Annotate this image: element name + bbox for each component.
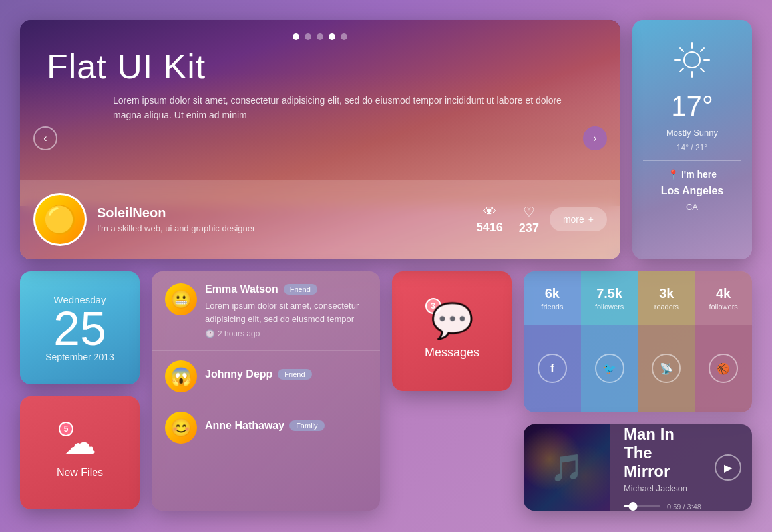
social-twitter-item[interactable]: 🐦 xyxy=(581,325,638,412)
dot-5[interactable] xyxy=(341,33,347,40)
middle-column: 3 💬 Messages xyxy=(392,271,512,511)
hero-views-count: 5416 xyxy=(477,221,503,235)
hero-more-button[interactable]: more + xyxy=(550,207,607,231)
feed-text-1: Lorem ipsum dolor sit amet, consectetur … xyxy=(205,299,367,325)
weather-divider xyxy=(643,160,741,161)
music-progress: 0:59 / 3:48 xyxy=(624,503,701,511)
hero-likes-count: 237 xyxy=(519,221,539,235)
sun-icon xyxy=(672,40,712,80)
bottom-row: Wednesday 25 September 2013 5 ☁ New File… xyxy=(20,271,752,511)
hero-profile-section: 🟡 SoleilNeon I'm a skilled web, ui and g… xyxy=(20,180,620,259)
dot-3[interactable] xyxy=(317,33,323,40)
twitter-icon: 🐦 xyxy=(595,354,624,383)
music-info: Man In The Mirror Michael Jackson 0:59 /… xyxy=(610,424,715,511)
hero-card: Flat UI Kit Lorem ipsum dolor sit amet, … xyxy=(20,20,620,259)
hero-prev-button[interactable]: ‹ xyxy=(33,126,57,150)
social-facebook-item[interactable]: f xyxy=(524,325,581,412)
calendar-day-name: Wednesday xyxy=(54,294,106,305)
music-time: 0:59 / 3:48 xyxy=(667,503,701,511)
hero-user-info: SoleilNeon I'm a skilled web, ui and gra… xyxy=(97,205,466,233)
feed-avatar-1: 😬 xyxy=(165,283,197,315)
svg-line-5 xyxy=(680,48,683,51)
music-album-art: 🎵 xyxy=(524,424,610,511)
feed-name-row-1: Emma Watson Friend xyxy=(205,283,367,295)
feed-item-2: 😱 Johnny Depp Friend xyxy=(152,351,380,402)
new-files-card[interactable]: 5 ☁ New Files xyxy=(20,396,140,509)
calendar-date: 25 xyxy=(53,305,106,352)
hero-description: Lorem ipsum dolor sit amet, consectetur … xyxy=(113,93,580,123)
left-column: Wednesday 25 September 2013 5 ☁ New File… xyxy=(20,271,140,511)
music-album-inner: 🎵 xyxy=(524,424,610,511)
followers-value-2: 4k xyxy=(716,286,731,301)
social-stat-readers: 3k readers xyxy=(638,271,695,325)
friends-value: 6k xyxy=(545,286,560,301)
hero-stats: 👁 5416 ♡ 237 xyxy=(477,204,539,235)
feed-badge-3: Family xyxy=(290,420,324,431)
social-stats-row: 6k friends 7.5k followers 3k readers 4k … xyxy=(524,271,752,325)
feed-avatar-3: 😊 xyxy=(165,412,197,444)
music-progress-bar[interactable] xyxy=(624,505,660,507)
feed-item-1: 😬 Emma Watson Friend Lorem ipsum dolor s… xyxy=(152,271,380,351)
social-icons-row: f 🐦 📡 🏀 xyxy=(524,325,752,412)
feed-content-1: Emma Watson Friend Lorem ipsum dolor sit… xyxy=(205,283,367,338)
dot-1[interactable] xyxy=(293,33,299,40)
right-column: 6k friends 7.5k followers 3k readers 4k … xyxy=(524,271,752,511)
new-files-label: New Files xyxy=(57,467,103,479)
weather-location-label: 📍 I'm here xyxy=(668,169,717,180)
music-card: 🎵 Man In The Mirror Michael Jackson 0:59… xyxy=(524,424,752,511)
followers-label-2: followers xyxy=(709,303,737,311)
social-stat-friends: 6k friends xyxy=(524,271,581,325)
feed-time-1: 🕐 2 hours ago xyxy=(205,329,367,338)
music-artist: Michael Jackson xyxy=(624,483,701,493)
music-play-button[interactable]: ▶ xyxy=(715,454,741,481)
hero-title: Flat UI Kit xyxy=(47,47,206,86)
dot-4[interactable] xyxy=(329,33,335,40)
dribbble-icon: 🏀 xyxy=(709,354,738,383)
social-rss-item[interactable]: 📡 xyxy=(638,325,695,412)
social-stat-followers-2: 4k followers xyxy=(695,271,752,325)
feed-item-3: 😊 Anne Hathaway Family xyxy=(152,402,380,453)
feed-name-row-2: Johnny Depp Friend xyxy=(205,368,312,380)
messages-card[interactable]: 3 💬 Messages xyxy=(392,271,512,391)
weather-temperature: 17° xyxy=(671,90,713,122)
feed-badge-2: Friend xyxy=(278,369,311,380)
feed-card: 😬 Emma Watson Friend Lorem ipsum dolor s… xyxy=(152,271,380,511)
pin-icon: 📍 xyxy=(668,169,679,180)
facebook-icon: f xyxy=(538,354,567,383)
weather-range: 14° / 21° xyxy=(677,143,707,152)
dot-2[interactable] xyxy=(305,33,311,40)
friends-label: friends xyxy=(541,303,563,311)
social-dribbble-item[interactable]: 🏀 xyxy=(695,325,752,412)
calendar-card: Wednesday 25 September 2013 xyxy=(20,271,140,384)
feed-name-1: Emma Watson xyxy=(205,283,278,295)
followers-value-1: 7.5k xyxy=(596,286,622,301)
svg-line-7 xyxy=(701,48,704,51)
social-card: 6k friends 7.5k followers 3k readers 4k … xyxy=(524,271,752,412)
hero-dots xyxy=(293,33,347,40)
plus-icon: + xyxy=(588,214,594,225)
main-container: Flat UI Kit Lorem ipsum dolor sit amet, … xyxy=(0,0,772,524)
new-files-badge: 5 ☁ xyxy=(64,427,96,459)
avatar: 🟡 xyxy=(33,193,87,246)
weather-card: 17° Mostly Sunny 14° / 21° 📍 I'm here Lo… xyxy=(632,20,752,259)
readers-label: readers xyxy=(654,303,679,311)
svg-point-0 xyxy=(684,52,700,68)
calendar-month-year: September 2013 xyxy=(45,352,114,362)
hero-username: SoleilNeon xyxy=(97,205,466,221)
heart-icon: ♡ xyxy=(519,204,539,220)
messages-label: Messages xyxy=(425,346,479,360)
feed-name-3: Anne Hathaway xyxy=(205,420,284,432)
followers-label-1: followers xyxy=(595,303,624,311)
feed-badge-1: Friend xyxy=(284,284,317,295)
clock-icon: 🕐 xyxy=(205,329,215,338)
hero-next-button[interactable]: › xyxy=(583,126,607,150)
svg-line-6 xyxy=(701,68,704,72)
hero-stat-likes: ♡ 237 xyxy=(519,204,539,235)
new-files-count: 5 xyxy=(59,422,73,436)
music-title: Man In The Mirror xyxy=(624,425,701,481)
feed-avatar-2: 😱 xyxy=(165,360,197,392)
messages-icon-wrap: 3 💬 xyxy=(431,303,474,338)
weather-state: CA xyxy=(686,202,698,212)
weather-condition: Mostly Sunny xyxy=(666,128,718,138)
hero-stat-views: 👁 5416 xyxy=(477,204,503,235)
